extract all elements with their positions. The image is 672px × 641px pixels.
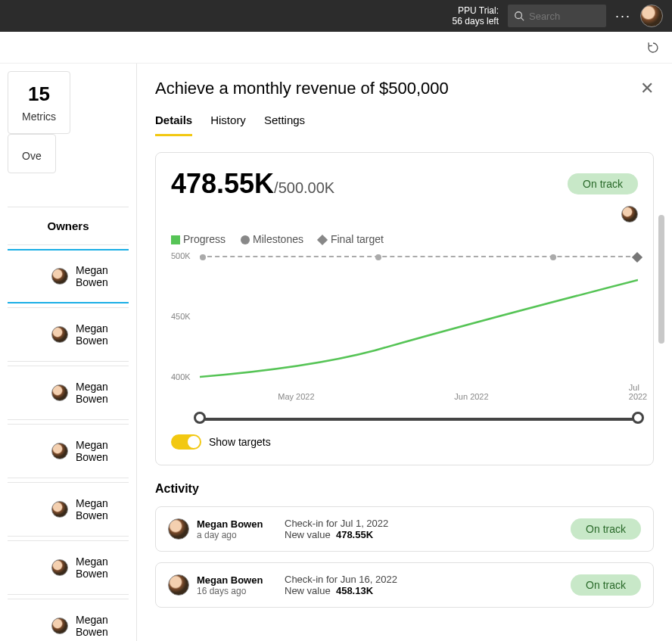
tab-settings[interactable]: Settings [264,114,305,136]
activity-avatar [168,574,189,596]
ytick: 450K [171,312,191,321]
owner-avatar [51,326,68,343]
chart-card: 478.55K/500.00K On track Progress Milest… [155,152,654,465]
search-icon [514,11,524,21]
owner-name: Megan Bowen [76,381,129,405]
activity-title: Check-in for Jul 1, 2022 [285,518,560,529]
target-suffix: /500.00K [274,179,334,196]
owner-avatar [51,384,68,401]
ytick: 400K [171,372,191,381]
svg-point-0 [515,12,522,19]
trial-line1: PPU Trial: [453,5,499,16]
search-box[interactable] [508,5,606,27]
activity-status: On track [571,518,641,540]
tabs: Details History Settings [155,114,654,137]
sub-bar [0,32,672,64]
owner-avatar[interactable] [621,206,638,222]
range-slider[interactable] [200,418,638,421]
search-input[interactable] [529,11,600,22]
activity-item[interactable]: Megan Bowen16 days agoCheck-in for Jun 1… [155,562,654,608]
owner-row[interactable]: Megan Bowen [8,482,129,537]
activity-list: Megan Bowena day agoCheck-in for Jul 1, … [155,506,654,608]
close-icon[interactable]: ✕ [640,79,654,98]
owner-name: Megan Bowen [76,264,129,288]
activity-user: Megan Bowen [197,518,263,530]
owner-name: Megan Bowen [76,614,129,638]
activity-status: On track [571,574,641,596]
detail-panel: Achieve a monthly revenue of $500,000 ✕ … [136,64,672,641]
show-targets-toggle[interactable] [171,434,201,450]
owner-name: Megan Bowen [76,497,129,521]
panel-title: Achieve a monthly revenue of $500,000 [155,79,449,98]
slider-handle-left[interactable] [194,412,206,424]
owner-row[interactable]: Megan Bowen [8,366,129,420]
activity-new-value: New value 458.13K [285,585,560,596]
more-icon[interactable]: ··· [615,8,631,24]
tab-history[interactable]: History [210,114,246,136]
overdue-card[interactable]: Ove [8,134,56,173]
value-number: 478.55K [171,168,274,199]
owner-row[interactable]: Megan Bowen [8,307,129,362]
status-badge: On track [568,173,638,194]
owner-name: Megan Bowen [76,322,129,347]
ytick: 500K [171,251,191,260]
metrics-count: 15 [22,82,56,106]
chart-area: 500K 450K 400K May 2022 Jun 2022 Jul 202… [200,256,638,400]
slider-handle-right[interactable] [632,412,644,424]
trial-info: PPU Trial: 56 days left [453,5,499,26]
chart-legend: Progress Milestones Final target [171,233,638,245]
refresh-icon[interactable] [646,41,660,54]
activity-item[interactable]: Megan Bowena day agoCheck-in for Jul 1, … [155,506,654,552]
activity-user: Megan Bowen [197,574,263,586]
metrics-card[interactable]: 15 Metrics [8,71,70,134]
svg-line-1 [521,18,524,21]
top-bar: PPU Trial: 56 days left ··· [0,0,672,32]
xtick: May 2022 [278,392,314,401]
scrollbar[interactable] [658,215,667,608]
owners-list: Megan BowenMegan BowenMegan BowenMegan B… [8,249,129,641]
left-content: 15 Metrics Ove Owners Megan BowenMegan B… [0,64,136,641]
metrics-label: Metrics [22,110,56,123]
activity-header: Activity [155,482,654,496]
progress-line [200,256,638,381]
legend-milestones: Milestones [241,233,303,245]
activity-new-value: New value 478.55K [285,529,560,540]
tab-details[interactable]: Details [155,114,192,136]
activity-avatar [168,518,189,540]
owner-avatar [51,443,68,459]
legend-final: Final target [319,233,384,245]
owner-name: Megan Bowen [76,439,129,463]
activity-title: Check-in for Jun 16, 2022 [285,574,560,585]
owner-row[interactable]: Megan Bowen [8,540,129,595]
owner-avatar [51,618,68,634]
trial-line2: 56 days left [453,16,499,26]
xtick: Jun 2022 [454,392,488,401]
owner-avatar [51,268,68,285]
avatar[interactable] [640,5,663,27]
xtick: Jul 2022 [629,383,647,401]
show-targets-label: Show targets [209,436,271,448]
legend-progress: Progress [171,233,226,245]
activity-when: a day ago [197,530,263,540]
current-value: 478.55K/500.00K [171,168,334,200]
owner-name: Megan Bowen [76,555,129,580]
owner-row[interactable]: Megan Bowen [8,599,129,641]
owner-row[interactable]: Megan Bowen [8,424,129,478]
overdue-label: Ove [22,150,42,162]
owner-avatar [51,501,68,518]
activity-when: 16 days ago [197,586,263,596]
owner-avatar [51,559,68,576]
owners-header: Owners [8,207,129,245]
owner-row[interactable]: Megan Bowen [8,249,129,303]
